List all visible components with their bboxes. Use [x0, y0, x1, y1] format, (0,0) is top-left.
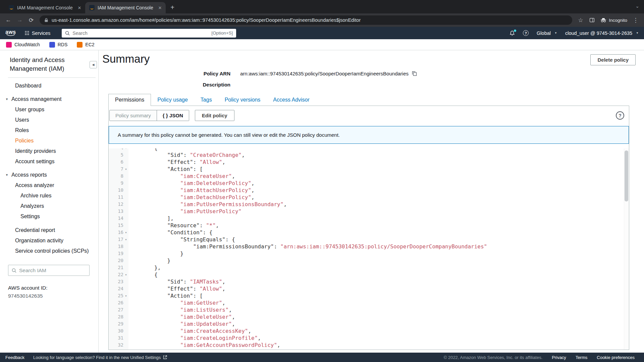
- code-line[interactable]: 20 }: [109, 257, 629, 264]
- new-tab-button[interactable]: +: [168, 3, 177, 12]
- console-search-box[interactable]: [Option+S]: [62, 29, 236, 38]
- fold-toggle-icon[interactable]: ▾: [123, 292, 128, 299]
- sidebar-item[interactable]: ▼ Access management: [0, 94, 98, 104]
- tab-close-icon[interactable]: ✕: [76, 5, 83, 11]
- json-toggle[interactable]: { } JSON: [157, 110, 189, 121]
- policy-summary-toggle[interactable]: Policy summary: [110, 110, 157, 121]
- favorite-service-link[interactable]: EC2: [77, 42, 94, 48]
- footer-link[interactable]: Cookie preferences: [597, 355, 635, 360]
- feedback-link[interactable]: Feedback: [5, 355, 24, 360]
- help-icon[interactable]: ?: [523, 30, 529, 36]
- editor-scrollbar-track[interactable]: [624, 148, 629, 350]
- sidebar-item[interactable]: ▼ Organization activity: [0, 235, 98, 246]
- sidebar-item[interactable]: ▼ Identity providers: [0, 146, 98, 156]
- code-line[interactable]: 18 "iam:PermissionsBoundary": "arn:aws:i…: [109, 243, 629, 250]
- sidebar-item[interactable]: ▼ Access reports: [0, 170, 98, 180]
- code-line[interactable]: 25▾ "Action": [: [109, 292, 629, 299]
- address-bar[interactable]: us-east-1.console.aws.amazon.com/iam/hom…: [40, 15, 572, 25]
- code-line[interactable]: 28 "iam:DeleteUser",: [109, 313, 629, 320]
- sidebar-search-box[interactable]: [8, 265, 90, 276]
- back-button[interactable]: ←: [3, 15, 13, 25]
- sidebar-item[interactable]: ▼ Policies: [0, 135, 98, 146]
- services-menu[interactable]: Services: [25, 31, 51, 36]
- policy-tab[interactable]: Policy versions: [218, 94, 267, 106]
- policy-tab[interactable]: Policy usage: [151, 94, 194, 106]
- code-line[interactable]: 12 "iam:PutUserPermissionsBoundary",: [109, 201, 629, 208]
- bookmark-star-icon[interactable]: ☆: [576, 15, 586, 25]
- code-line[interactable]: 31 "iam:CreateLoginProfile",: [109, 335, 629, 342]
- aws-logo[interactable]: aws: [5, 30, 16, 37]
- fold-toggle-icon[interactable]: ▾: [123, 166, 128, 173]
- panel-help-icon[interactable]: ?: [616, 111, 624, 120]
- account-menu[interactable]: cloud_user @ 9745-3014-2635 ▼: [565, 31, 639, 36]
- side-panel-icon[interactable]: [587, 15, 597, 25]
- sidebar-item[interactable]: ▼ User groups: [0, 104, 98, 115]
- code-line[interactable]: 15 "Resource": "*",: [109, 222, 629, 229]
- tab-overflow-chevron-icon[interactable]: ⌄: [635, 3, 639, 9]
- fold-toggle-icon[interactable]: ▾: [123, 271, 128, 278]
- editor-scrollbar-thumb[interactable]: [625, 150, 628, 201]
- notifications-bell-icon[interactable]: [509, 31, 515, 36]
- browser-tab[interactable]: IAM Management Console ✕: [5, 2, 85, 13]
- code-line[interactable]: 11 "iam:DetachUserPolicy",: [109, 194, 629, 201]
- sidebar-item[interactable]: ▼ Access analyzer: [0, 180, 98, 190]
- sidebar-item[interactable]: ▼ Users: [0, 115, 98, 125]
- browser-menu-icon[interactable]: ⋮: [631, 15, 641, 25]
- code-line[interactable]: 7▾ "Action": [: [109, 166, 629, 173]
- line-number: 25: [109, 292, 123, 299]
- forward-button[interactable]: →: [15, 15, 25, 25]
- sidebar-search-input[interactable]: [19, 267, 86, 274]
- sidebar-item[interactable]: ▼ Credential report: [0, 225, 98, 235]
- code-line[interactable]: 24 "Effect": "Allow",: [109, 285, 629, 292]
- copy-arn-icon[interactable]: [412, 71, 417, 76]
- delete-policy-button[interactable]: Delete policy: [590, 54, 636, 65]
- code-line[interactable]: 30 "iam:CreateAccessKey",: [109, 327, 629, 335]
- sidebar-item[interactable]: ▼ Dashboard: [0, 80, 98, 91]
- favorite-service-link[interactable]: CloudWatch: [6, 42, 40, 48]
- browser-tab[interactable]: IAM Management Console ✕: [85, 2, 166, 13]
- code-line[interactable]: 8 "iam:CreateUser",: [109, 173, 629, 180]
- region-selector[interactable]: Global ▼: [537, 31, 557, 36]
- code-line[interactable]: 9 "iam:DeleteUserPolicy",: [109, 180, 629, 187]
- site-lock-icon[interactable]: [44, 18, 48, 22]
- code-line[interactable]: 19 }: [109, 250, 629, 257]
- code-line[interactable]: 6 "Effect": "Allow",: [109, 159, 629, 166]
- tab-close-icon[interactable]: ✕: [157, 5, 163, 11]
- code-line[interactable]: 26 "iam:GetUser",: [109, 299, 629, 306]
- code-line[interactable]: 23 "Sid": "IAMTasks",: [109, 278, 629, 285]
- fold-toggle-icon[interactable]: ▾: [123, 229, 128, 236]
- json-editor[interactable]: 4▾ {5 "Sid": "CreateOrChange",6 "Effect"…: [109, 148, 629, 350]
- sidebar-collapse-button[interactable]: ◀: [90, 61, 97, 68]
- code-line[interactable]: 10 "iam:AttachUserPolicy",: [109, 187, 629, 194]
- code-line[interactable]: 4▾ {: [109, 148, 629, 152]
- sidebar-item[interactable]: ▼ Account settings: [0, 156, 98, 167]
- section-expand-triangle-icon[interactable]: ▼: [5, 98, 8, 101]
- footer-link[interactable]: Privacy: [552, 355, 566, 360]
- sidebar-item[interactable]: ▼ Service control policies (SCPs): [0, 246, 98, 256]
- code-line[interactable]: 27 "iam:ListUsers",: [109, 306, 629, 313]
- fold-toggle-icon[interactable]: ▾: [123, 236, 128, 243]
- sidebar-item[interactable]: ▼ Roles: [0, 125, 98, 135]
- code-line[interactable]: 17▾ "StringEquals": {: [109, 236, 629, 243]
- policy-tab[interactable]: Access Advisor: [267, 94, 316, 106]
- favorite-service-link[interactable]: RDS: [49, 42, 68, 48]
- fold-toggle-icon[interactable]: ▾: [123, 148, 128, 152]
- code-line[interactable]: 14 ],: [109, 215, 629, 222]
- code-line[interactable]: 13 "iam:PutUserPolicy": [109, 208, 629, 215]
- code-line[interactable]: 21 },: [109, 264, 629, 271]
- code-line[interactable]: 29 "iam:UpdateUser",: [109, 320, 629, 327]
- code-line[interactable]: 32 "iam:GetAccountPasswordPolicy",: [109, 342, 629, 349]
- policy-tab[interactable]: Tags: [194, 94, 218, 106]
- console-search-input[interactable]: [72, 31, 209, 36]
- sidebar-item[interactable]: ▼ Settings: [0, 211, 98, 222]
- reload-button[interactable]: ⟳: [26, 15, 36, 25]
- code-line[interactable]: 16▾ "Condition": {: [109, 229, 629, 236]
- code-line[interactable]: 22▾ {: [109, 271, 629, 278]
- section-expand-triangle-icon[interactable]: ▼: [5, 173, 8, 177]
- sidebar-item[interactable]: ▼ Archive rules: [0, 190, 98, 201]
- sidebar-item[interactable]: ▼ Analyzers: [0, 201, 98, 211]
- policy-tab[interactable]: Permissions: [108, 94, 151, 106]
- code-line[interactable]: 5 "Sid": "CreateOrChange",: [109, 152, 629, 159]
- edit-policy-button[interactable]: Edit policy: [195, 110, 234, 121]
- footer-link[interactable]: Terms: [576, 355, 587, 360]
